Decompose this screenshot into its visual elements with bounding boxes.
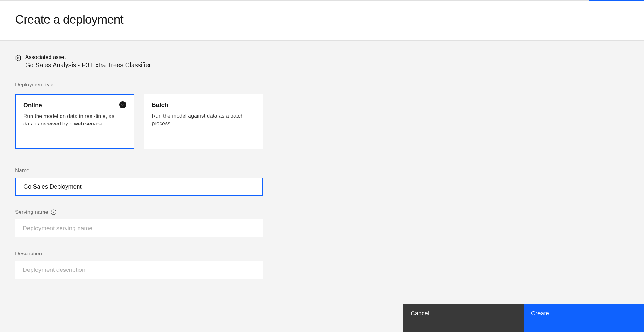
deployment-type-cards: Online Run the model on data in real-tim… <box>15 94 629 149</box>
content-area: Associated asset Go Sales Analysis - P3 … <box>0 41 644 279</box>
checkmark-icon <box>119 101 126 108</box>
deployment-type-label: Deployment type <box>15 82 629 88</box>
card-description: Run the model against data as a batch pr… <box>152 112 255 127</box>
description-input[interactable] <box>15 261 263 279</box>
deployment-type-online[interactable]: Online Run the model on data in real-tim… <box>15 94 134 149</box>
deployment-type-batch[interactable]: Batch Run the model against data as a ba… <box>144 94 263 149</box>
associated-asset-value: Go Sales Analysis - P3 Extra Trees Class… <box>25 61 151 69</box>
footer-buttons: Cancel Create <box>403 304 644 332</box>
page-header: Create a deployment <box>0 1 644 41</box>
name-field-group: Name <box>15 167 629 196</box>
top-border-accent <box>589 0 644 1</box>
description-field-group: Description <box>15 251 629 279</box>
create-button[interactable]: Create <box>524 304 644 332</box>
name-input[interactable] <box>15 178 263 196</box>
associated-asset-row: Associated asset Go Sales Analysis - P3 … <box>15 54 629 69</box>
description-label: Description <box>15 251 42 257</box>
cancel-button[interactable]: Cancel <box>403 304 524 332</box>
top-border <box>0 0 644 1</box>
info-icon[interactable] <box>51 209 56 215</box>
asset-icon <box>15 55 21 62</box>
card-description: Run the model on data in real-time, as d… <box>23 113 126 128</box>
serving-name-input[interactable] <box>15 219 263 237</box>
name-label: Name <box>15 167 29 174</box>
card-title: Batch <box>152 102 255 108</box>
associated-asset-text: Associated asset Go Sales Analysis - P3 … <box>25 54 151 69</box>
serving-name-field-group: Serving name <box>15 209 629 237</box>
svg-rect-3 <box>53 211 54 212</box>
svg-rect-2 <box>53 212 54 213</box>
card-title: Online <box>23 102 126 109</box>
serving-name-label: Serving name <box>15 209 48 215</box>
associated-asset-label: Associated asset <box>25 54 151 61</box>
page-title: Create a deployment <box>15 13 629 26</box>
svg-point-0 <box>18 57 19 59</box>
